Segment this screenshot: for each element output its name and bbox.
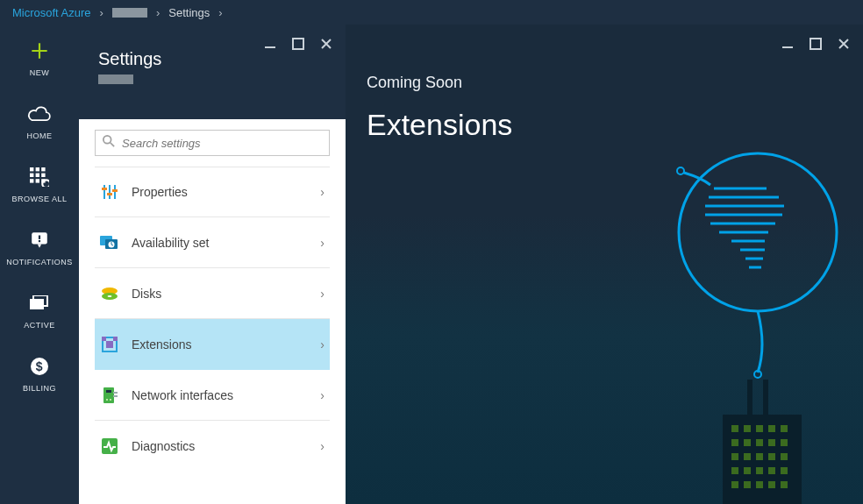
close-button[interactable] (319, 37, 333, 51)
svg-rect-3 (30, 174, 33, 177)
billing-icon: $ (27, 354, 52, 379)
svg-rect-52 (723, 415, 802, 504)
settings-item-network-interfaces[interactable]: Network interfaces › (95, 370, 330, 421)
windows-icon (27, 291, 52, 316)
blade-subtitle-resource (98, 75, 133, 84)
extensions-blade: Coming Soon Extensions (346, 25, 863, 504)
svg-rect-0 (30, 167, 33, 171)
sliders-icon (100, 182, 119, 202)
settings-item-diagnostics[interactable]: Diagnostics › (95, 421, 330, 472)
extensions-title: Extensions (367, 108, 863, 142)
rail-active[interactable]: ACTIVE (0, 291, 79, 330)
settings-item-extensions[interactable]: Extensions › (95, 319, 330, 370)
svg-rect-42 (113, 392, 118, 394)
notification-icon (27, 228, 52, 252)
svg-rect-71 (768, 467, 775, 474)
search-settings-box[interactable] (95, 130, 330, 156)
svg-rect-25 (102, 188, 107, 190)
availability-icon (100, 233, 119, 252)
plus-icon (27, 39, 52, 63)
svg-rect-5 (41, 174, 45, 177)
rail-label: BILLING (23, 384, 56, 393)
minimize-button[interactable] (781, 37, 795, 51)
settings-item-label: Diagnostics (132, 439, 308, 453)
svg-line-21 (111, 143, 114, 146)
extensions-artwork (600, 136, 863, 504)
svg-rect-55 (756, 425, 763, 432)
maximize-button[interactable] (291, 37, 305, 51)
svg-rect-56 (768, 425, 775, 432)
svg-rect-50 (747, 380, 752, 415)
rail-new[interactable]: NEW (0, 39, 79, 77)
rail-browse-all[interactable]: BROWSE ALL (0, 165, 79, 203)
svg-rect-41 (110, 399, 111, 401)
maximize-button[interactable] (809, 37, 823, 51)
svg-point-33 (108, 295, 112, 297)
svg-point-9 (42, 180, 49, 187)
breadcrumb-resource-name[interactable] (112, 8, 147, 18)
svg-rect-66 (768, 453, 775, 460)
svg-text:$: $ (36, 359, 43, 373)
svg-rect-57 (781, 425, 788, 432)
svg-rect-6 (30, 179, 33, 182)
svg-rect-51 (763, 380, 768, 415)
svg-rect-70 (756, 467, 763, 474)
svg-rect-68 (731, 467, 738, 474)
svg-rect-63 (731, 453, 738, 460)
settings-item-disks[interactable]: Disks › (95, 268, 330, 319)
breadcrumb-root[interactable]: Microsoft Azure (12, 6, 91, 19)
settings-blade: Settings (79, 25, 346, 504)
disks-icon (100, 284, 119, 303)
search-input[interactable] (122, 137, 322, 150)
svg-rect-26 (107, 193, 112, 195)
rail-label: HOME (27, 131, 53, 140)
svg-rect-62 (781, 439, 788, 446)
svg-rect-37 (113, 337, 118, 341)
rail-label: NEW (30, 68, 50, 77)
search-icon (103, 135, 115, 151)
svg-rect-43 (113, 395, 118, 397)
svg-rect-73 (731, 481, 738, 488)
svg-rect-53 (731, 425, 738, 432)
settings-item-availability-set[interactable]: Availability set › (95, 217, 330, 268)
minimize-button[interactable] (263, 37, 277, 51)
coming-soon-label: Coming Soon (367, 74, 863, 92)
svg-rect-67 (781, 453, 788, 460)
settings-list: Properties › Availability set › (79, 163, 346, 472)
chevron-right-icon: › (320, 388, 325, 402)
svg-rect-72 (781, 467, 788, 474)
settings-item-label: Disks (132, 287, 308, 301)
settings-item-label: Availability set (132, 236, 308, 250)
chevron-right-icon: › (320, 287, 325, 301)
svg-point-20 (103, 136, 111, 144)
breadcrumb-settings[interactable]: Settings (168, 6, 210, 19)
svg-rect-64 (744, 453, 751, 460)
cloud-icon (27, 102, 52, 126)
svg-rect-60 (756, 439, 763, 446)
svg-rect-74 (744, 481, 751, 488)
extensions-icon (100, 335, 119, 354)
svg-rect-58 (731, 439, 738, 446)
svg-rect-7 (36, 179, 39, 182)
svg-rect-75 (756, 481, 763, 488)
svg-rect-61 (768, 439, 775, 446)
blade-title: Settings (98, 49, 326, 69)
svg-rect-65 (756, 453, 763, 460)
svg-rect-77 (781, 481, 788, 488)
svg-rect-39 (106, 390, 111, 393)
svg-rect-54 (744, 425, 751, 432)
rail-notifications[interactable]: NOTIFICATIONS (0, 228, 79, 266)
chevron-right-icon: › (320, 185, 325, 199)
svg-rect-38 (103, 387, 114, 403)
svg-rect-1 (36, 167, 39, 171)
svg-rect-59 (744, 439, 751, 446)
chevron-right-icon: › (320, 236, 325, 250)
left-rail: NEW HOME BROWSE ALL NOTIFICATI (0, 25, 79, 504)
rail-home[interactable]: HOME (0, 102, 79, 140)
settings-item-properties[interactable]: Properties › (95, 167, 330, 217)
rail-billing[interactable]: $ BILLING (0, 354, 79, 393)
svg-point-48 (754, 371, 761, 378)
grid-icon (27, 165, 52, 189)
svg-rect-40 (106, 399, 108, 401)
close-button[interactable] (837, 37, 851, 51)
